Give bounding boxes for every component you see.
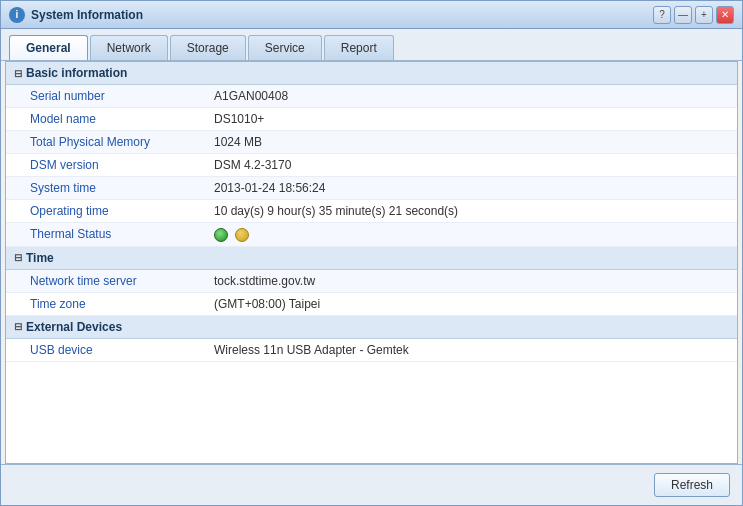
label-dsm: DSM version bbox=[14, 158, 214, 172]
system-information-window: i System Information ? — + ✕ General Net… bbox=[0, 0, 743, 506]
label-memory: Total Physical Memory bbox=[14, 135, 214, 149]
label-model: Model name bbox=[14, 112, 214, 126]
table-row: System time 2013-01-24 18:56:24 bbox=[6, 177, 737, 200]
thermal-green-icon bbox=[214, 228, 228, 242]
label-timezone: Time zone bbox=[14, 297, 214, 311]
value-system-time: 2013-01-24 18:56:24 bbox=[214, 181, 729, 195]
label-usb: USB device bbox=[14, 343, 214, 357]
maximize-button[interactable]: + bbox=[695, 6, 713, 24]
window-icon: i bbox=[9, 7, 25, 23]
titlebar: i System Information ? — + ✕ bbox=[1, 1, 742, 29]
external-devices-title: External Devices bbox=[26, 320, 122, 334]
tab-general[interactable]: General bbox=[9, 35, 88, 60]
value-thermal bbox=[214, 227, 729, 242]
table-row: Total Physical Memory 1024 MB bbox=[6, 131, 737, 154]
label-system-time: System time bbox=[14, 181, 214, 195]
time-title: Time bbox=[26, 251, 54, 265]
tab-service[interactable]: Service bbox=[248, 35, 322, 60]
table-row: Thermal Status bbox=[6, 223, 737, 247]
value-operating-time: 10 day(s) 9 hour(s) 35 minute(s) 21 seco… bbox=[214, 204, 729, 218]
value-ntp: tock.stdtime.gov.tw bbox=[214, 274, 729, 288]
footer: Refresh bbox=[1, 464, 742, 505]
external-devices-section-header[interactable]: ⊟ External Devices bbox=[6, 316, 737, 339]
basic-info-title: Basic information bbox=[26, 66, 127, 80]
label-operating-time: Operating time bbox=[14, 204, 214, 218]
value-timezone: (GMT+08:00) Taipei bbox=[214, 297, 729, 311]
value-model: DS1010+ bbox=[214, 112, 729, 126]
label-thermal: Thermal Status bbox=[14, 227, 214, 242]
collapse-icon: ⊟ bbox=[14, 321, 22, 332]
table-row: USB device Wireless 11n USB Adapter - Ge… bbox=[6, 339, 737, 362]
tab-bar: General Network Storage Service Report bbox=[1, 29, 742, 61]
label-serial: Serial number bbox=[14, 89, 214, 103]
tab-storage[interactable]: Storage bbox=[170, 35, 246, 60]
basic-info-section-header[interactable]: ⊟ Basic information bbox=[6, 62, 737, 85]
value-dsm: DSM 4.2-3170 bbox=[214, 158, 729, 172]
value-serial: A1GAN00408 bbox=[214, 89, 729, 103]
titlebar-buttons: ? — + ✕ bbox=[653, 6, 734, 24]
table-row: Model name DS1010+ bbox=[6, 108, 737, 131]
table-row: Operating time 10 day(s) 9 hour(s) 35 mi… bbox=[6, 200, 737, 223]
label-ntp: Network time server bbox=[14, 274, 214, 288]
content-area: ⊟ Basic information Serial number A1GAN0… bbox=[5, 61, 738, 464]
table-row: Network time server tock.stdtime.gov.tw bbox=[6, 270, 737, 293]
table-row: Serial number A1GAN00408 bbox=[6, 85, 737, 108]
refresh-button[interactable]: Refresh bbox=[654, 473, 730, 497]
close-button[interactable]: ✕ bbox=[716, 6, 734, 24]
time-section-header[interactable]: ⊟ Time bbox=[6, 247, 737, 270]
thermal-yellow-icon bbox=[235, 228, 249, 242]
minimize-button[interactable]: — bbox=[674, 6, 692, 24]
tab-network[interactable]: Network bbox=[90, 35, 168, 60]
collapse-icon: ⊟ bbox=[14, 68, 22, 79]
value-usb: Wireless 11n USB Adapter - Gemtek bbox=[214, 343, 729, 357]
help-button[interactable]: ? bbox=[653, 6, 671, 24]
tab-report[interactable]: Report bbox=[324, 35, 394, 60]
table-row: DSM version DSM 4.2-3170 bbox=[6, 154, 737, 177]
table-row: Time zone (GMT+08:00) Taipei bbox=[6, 293, 737, 316]
collapse-icon: ⊟ bbox=[14, 252, 22, 263]
window-title: System Information bbox=[31, 8, 653, 22]
value-memory: 1024 MB bbox=[214, 135, 729, 149]
